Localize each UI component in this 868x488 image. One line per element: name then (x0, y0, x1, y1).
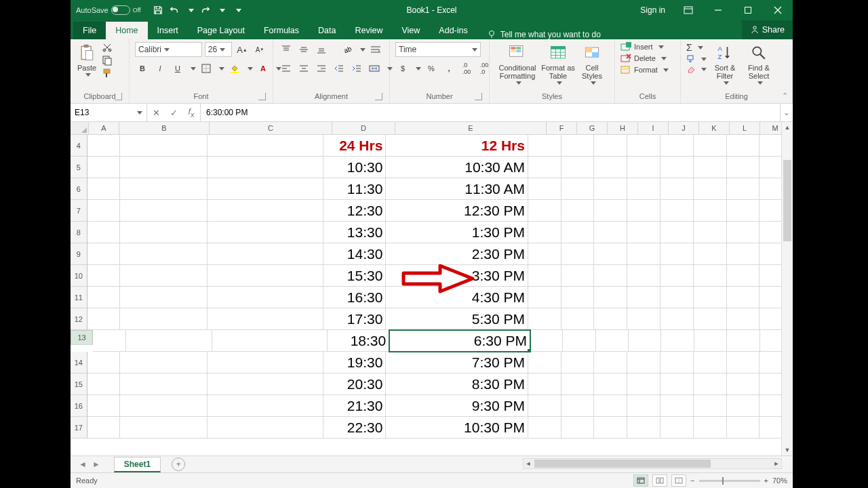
cell[interactable] (87, 178, 121, 200)
cell[interactable] (87, 135, 121, 157)
row-header[interactable]: 17 (71, 417, 87, 439)
cell[interactable]: 10:30 PM (386, 417, 528, 439)
sheet-tab-active[interactable]: Sheet1 (114, 457, 161, 472)
cell[interactable] (120, 178, 207, 200)
number-format-select[interactable]: Time (395, 42, 481, 57)
row-header[interactable]: 9 (71, 243, 87, 265)
cell[interactable] (660, 395, 694, 417)
zoom-out-button[interactable]: − (690, 476, 694, 485)
font-name-select[interactable]: Calibri (135, 42, 202, 57)
cell[interactable] (87, 157, 121, 178)
cell[interactable] (208, 417, 324, 439)
cell[interactable]: 4:30 PM (386, 287, 528, 308)
scrollbar-thumb[interactable] (534, 460, 711, 468)
scroll-down-icon[interactable]: ▼ (782, 445, 793, 455)
minimize-button[interactable] (703, 0, 733, 20)
dialog-launcher-icon[interactable] (115, 93, 122, 100)
collapse-ribbon-icon[interactable]: ⌃ (782, 92, 788, 100)
cell[interactable]: 1:30 PM (386, 222, 528, 243)
cell[interactable] (87, 308, 121, 330)
page-break-view-icon[interactable] (671, 474, 686, 487)
column-header[interactable]: F (547, 122, 577, 134)
row-header[interactable]: 11 (71, 287, 87, 308)
cell[interactable] (727, 373, 760, 395)
cell[interactable]: 11:30 (323, 178, 386, 200)
cell[interactable] (561, 200, 595, 222)
row-header[interactable]: 7 (71, 200, 87, 222)
cell[interactable] (561, 395, 595, 417)
cell[interactable] (594, 178, 627, 200)
cell[interactable] (727, 308, 760, 330)
cell[interactable] (694, 135, 727, 157)
dialog-launcher-icon[interactable] (375, 93, 382, 100)
sort-filter-button[interactable]: AZ Sort & Filter (709, 42, 741, 85)
cell[interactable] (727, 265, 760, 287)
expand-formula-bar-icon[interactable]: ⌄ (780, 104, 793, 121)
fx-icon[interactable]: fx (182, 106, 200, 119)
cell[interactable] (561, 287, 595, 308)
cell[interactable] (629, 330, 661, 352)
cell[interactable] (660, 352, 694, 373)
cell[interactable] (528, 287, 561, 308)
cell[interactable] (694, 373, 727, 395)
italic-button[interactable]: I (153, 61, 167, 76)
page-layout-view-icon[interactable] (652, 474, 667, 487)
cell[interactable]: 2:30 PM (386, 243, 528, 265)
cell[interactable] (561, 222, 595, 243)
dialog-launcher-icon[interactable] (475, 93, 482, 100)
cell[interactable] (208, 352, 324, 373)
cancel-formula-icon[interactable]: ✕ (147, 108, 165, 118)
cell[interactable] (120, 265, 207, 287)
cell[interactable] (660, 200, 694, 222)
cell[interactable] (596, 330, 629, 352)
cell[interactable] (561, 265, 595, 287)
cell[interactable] (126, 330, 212, 352)
align-right-icon[interactable] (314, 61, 329, 76)
cell[interactable] (594, 373, 627, 395)
sheet-nav-prev-icon[interactable]: ◄ (79, 460, 87, 469)
cell[interactable] (528, 178, 561, 200)
tab-insert[interactable]: Insert (148, 22, 188, 39)
cell[interactable] (120, 308, 207, 330)
cell[interactable] (727, 417, 760, 439)
column-header[interactable]: K (699, 122, 730, 134)
cell[interactable] (528, 222, 561, 243)
percent-format-icon[interactable]: % (424, 61, 439, 76)
copy-icon[interactable] (102, 55, 113, 66)
cell[interactable] (727, 395, 760, 417)
align-left-icon[interactable] (279, 61, 294, 76)
cell[interactable]: 7:30 PM (386, 352, 528, 373)
cell[interactable]: 12:30 (323, 200, 386, 222)
redo-icon[interactable] (201, 5, 210, 15)
cell[interactable] (87, 395, 121, 417)
cell[interactable]: 6:30 PM (389, 330, 530, 352)
cell[interactable] (627, 287, 660, 308)
row-header[interactable]: 14 (71, 352, 87, 373)
cell[interactable] (694, 330, 727, 352)
worksheet-grid[interactable]: ABCDEFGHIJKLM 424 Hrs12 Hrs510:3010:30 A… (71, 122, 793, 455)
cell[interactable] (87, 373, 121, 395)
cell[interactable] (528, 308, 561, 330)
cell[interactable] (594, 308, 627, 330)
cell[interactable] (727, 352, 760, 373)
zoom-slider[interactable] (699, 480, 760, 482)
formula-input[interactable]: 6:30:00 PM (201, 104, 780, 121)
cell[interactable] (727, 287, 760, 308)
new-sheet-button[interactable]: + (172, 458, 185, 471)
cell[interactable] (660, 135, 694, 157)
cell[interactable] (694, 222, 727, 243)
scroll-right-icon[interactable]: ► (772, 459, 781, 468)
cell[interactable] (561, 135, 595, 157)
cell[interactable] (594, 200, 627, 222)
cell[interactable] (120, 352, 207, 373)
cell[interactable] (528, 243, 561, 265)
cell[interactable] (87, 222, 121, 243)
row-header[interactable]: 12 (71, 308, 87, 330)
font-size-select[interactable]: 26 (205, 42, 232, 57)
cell[interactable]: 11:30 AM (386, 178, 528, 200)
cell[interactable]: 21:30 (323, 395, 386, 417)
scroll-left-icon[interactable]: ◄ (524, 459, 533, 468)
cell[interactable] (120, 243, 207, 265)
cell[interactable] (660, 308, 694, 330)
cell[interactable] (594, 157, 627, 178)
